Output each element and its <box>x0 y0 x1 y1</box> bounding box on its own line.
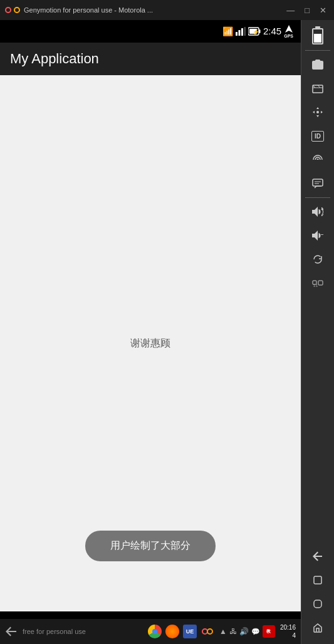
taskbar-network-icon: 🖧 <box>229 627 237 636</box>
sidebar-camera-button[interactable] <box>305 53 331 76</box>
action-button-label: 用户绘制了大部分 <box>110 540 190 551</box>
signal-bars-icon <box>236 27 246 36</box>
window-title: Genymotion for personal use - Motorola .… <box>24 6 153 14</box>
taskbar-label: free for personal use <box>23 628 143 635</box>
status-bar: 📶 ⚡ 2:45 <box>0 20 301 43</box>
genymotion-logo <box>5 7 20 13</box>
taskbar-firefox-icon[interactable] <box>165 625 179 638</box>
thank-you-text: 谢谢惠顾 <box>130 337 170 350</box>
sidebar-id-button[interactable]: ID <box>305 125 331 147</box>
title-bar-left: Genymotion for personal use - Motorola .… <box>5 6 153 14</box>
logo-circle-left <box>5 7 11 13</box>
sidebar-back-button[interactable] <box>305 545 331 568</box>
sidebar-recents-button[interactable] <box>305 569 331 591</box>
svg-point-15 <box>316 111 319 113</box>
sidebar-sms-button[interactable] <box>305 172 331 195</box>
taskbar-arrow-icon: ▲ <box>219 627 227 636</box>
content-area: 谢谢惠顾 用户绘制了大部分 <box>0 75 301 611</box>
maximize-button[interactable]: □ <box>302 6 312 15</box>
taskbar-app-icons: UE <box>148 625 214 638</box>
sidebar-move-button[interactable] <box>305 101 331 123</box>
taskbar-time-line1: 20:16 <box>280 623 296 631</box>
svg-text:+: + <box>321 207 323 212</box>
taskbar-back-icon <box>5 626 18 636</box>
gps-icon: GPS <box>284 24 293 38</box>
svg-rect-3 <box>244 27 246 36</box>
wifi-icon: 📶 <box>222 26 233 36</box>
close-button[interactable]: ✕ <box>317 6 329 15</box>
status-icons: 📶 ⚡ 2:45 <box>222 24 293 38</box>
taskbar-jiaocheng-icon: 教 <box>263 625 275 638</box>
minimize-button[interactable]: — <box>284 6 297 15</box>
battery-icon: ⚡ <box>248 27 261 36</box>
sidebar-divider-top <box>305 50 330 51</box>
svg-text:1:1: 1:1 <box>313 284 318 288</box>
svg-rect-24 <box>314 576 321 584</box>
sidebar-volume-up-button[interactable]: + <box>305 200 331 223</box>
taskbar-volume-icon: 🔊 <box>239 627 249 636</box>
sidebar-battery-icon <box>305 25 331 48</box>
taskbar-ue-icon[interactable]: UE <box>183 625 197 638</box>
svg-rect-22 <box>318 281 323 285</box>
action-button[interactable]: 用户绘制了大部分 <box>85 531 216 561</box>
sidebar-home-button[interactable] <box>305 593 331 615</box>
sidebar-film-button[interactable] <box>305 77 331 100</box>
main-wrapper: 📶 ⚡ 2:45 <box>0 20 334 644</box>
svg-rect-25 <box>314 600 321 608</box>
taskbar-oo-icon[interactable] <box>201 625 214 638</box>
status-time: 2:45 <box>263 26 281 36</box>
sidebar-nfc-button[interactable] <box>305 148 331 171</box>
svg-text:−: − <box>321 232 323 237</box>
svg-rect-2 <box>241 28 243 36</box>
app-title: My Application <box>10 51 99 67</box>
taskbar-sys-icons: ▲ 🖧 🔊 💬 教 <box>219 625 275 638</box>
svg-text:⚡: ⚡ <box>253 28 260 36</box>
taskbar-clock: 20:16 4 <box>280 623 296 640</box>
battery-fill <box>314 34 321 43</box>
sidebar-scale-button[interactable]: 1:1 <box>305 272 331 294</box>
sidebar-rotate-button[interactable] <box>305 248 331 271</box>
svg-marker-8 <box>285 25 293 33</box>
title-bar: Genymotion for personal use - Motorola .… <box>0 0 334 20</box>
logo-circle-right <box>14 7 20 13</box>
taskbar-chrome-icon[interactable] <box>148 625 162 638</box>
app-bar: My Application <box>0 43 301 75</box>
sidebar-divider-middle <box>305 197 330 198</box>
taskbar-chat-icon: 💬 <box>251 628 260 636</box>
svg-rect-0 <box>236 32 237 36</box>
taskbar-time-line2: 4 <box>280 631 296 640</box>
title-bar-controls: — □ ✕ <box>284 6 329 15</box>
battery-sidebar-visual <box>312 28 323 44</box>
sidebar-home2-button[interactable] <box>305 616 331 639</box>
sidebar-volume-down-button[interactable]: − <box>305 224 331 247</box>
id-badge-icon: ID <box>311 131 324 142</box>
taskbar: free for personal use UE ▲ <box>0 619 301 644</box>
right-sidebar: ID + <box>301 20 334 644</box>
svg-rect-16 <box>313 179 323 186</box>
android-area: 📶 ⚡ 2:45 <box>0 20 301 644</box>
svg-rect-1 <box>239 30 241 36</box>
gps-label: GPS <box>284 34 293 39</box>
